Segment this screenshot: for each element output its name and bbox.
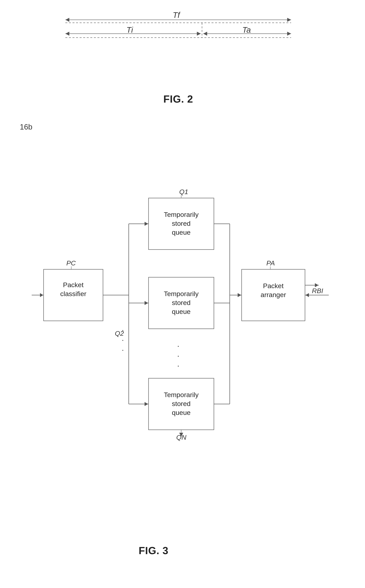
svg-text:PA: PA xyxy=(266,259,275,267)
svg-marker-56 xyxy=(145,222,148,226)
svg-marker-11 xyxy=(287,32,291,36)
svg-text:stored: stored xyxy=(172,220,191,227)
svg-text:stored: stored xyxy=(172,400,191,407)
svg-marker-58 xyxy=(145,301,148,305)
svg-text:Packet: Packet xyxy=(63,281,84,288)
fig3-svg: Packet classifier PC Temporarily stored … xyxy=(32,135,329,551)
svg-text:·: · xyxy=(177,361,179,370)
fig3-diagram: Packet classifier PC Temporarily stored … xyxy=(32,135,329,551)
svg-marker-3 xyxy=(287,18,291,22)
svg-marker-7 xyxy=(65,32,69,36)
svg-text:·: · xyxy=(122,336,124,344)
svg-marker-50 xyxy=(305,293,309,297)
svg-text:arranger: arranger xyxy=(261,291,286,298)
svg-text:Packet: Packet xyxy=(263,282,284,290)
svg-text:Ta: Ta xyxy=(242,26,251,34)
svg-text:Q1: Q1 xyxy=(179,188,188,196)
svg-marker-66 xyxy=(238,293,241,297)
svg-marker-2 xyxy=(65,18,69,22)
svg-text:Ti: Ti xyxy=(126,26,133,34)
svg-text:classifier: classifier xyxy=(60,290,86,297)
svg-text:PC: PC xyxy=(66,259,76,267)
fig2-diagram: Tf Ti Ta xyxy=(59,12,297,51)
fig3-title: FIG. 3 xyxy=(139,545,168,557)
svg-text:RBI: RBI xyxy=(312,287,323,294)
label-16b: 16b xyxy=(20,123,32,131)
svg-text:stored: stored xyxy=(172,299,191,306)
svg-text:Tf: Tf xyxy=(173,12,180,19)
svg-marker-10 xyxy=(203,32,207,36)
svg-text:Temporarily: Temporarily xyxy=(164,290,199,297)
svg-text:·: · xyxy=(122,346,124,354)
svg-text:·: · xyxy=(122,326,124,334)
svg-text:·: · xyxy=(177,342,179,350)
svg-text:queue: queue xyxy=(172,229,191,236)
svg-text:Temporarily: Temporarily xyxy=(164,211,199,218)
svg-marker-21 xyxy=(40,293,43,297)
svg-text:·: · xyxy=(177,351,179,360)
svg-marker-52 xyxy=(315,283,318,287)
svg-text:queue: queue xyxy=(172,308,191,315)
svg-text:queue: queue xyxy=(172,409,191,416)
fig2-title: FIG. 2 xyxy=(40,93,317,105)
svg-marker-8 xyxy=(197,32,201,36)
svg-text:Temporarily: Temporarily xyxy=(164,391,199,399)
svg-marker-60 xyxy=(145,402,148,406)
fig2-svg: Tf Ti Ta xyxy=(59,12,297,51)
page: Tf Ti Ta FIG. 2 16b Packet classifier PC xyxy=(0,0,365,588)
fig2-section: Tf Ti Ta FIG. 2 xyxy=(40,12,317,105)
